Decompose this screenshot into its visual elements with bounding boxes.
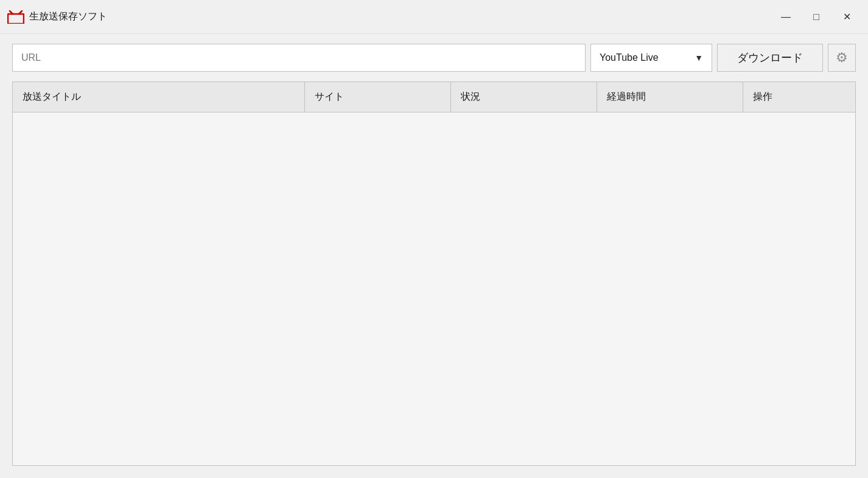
url-input[interactable] xyxy=(12,44,586,72)
maximize-button[interactable]: □ xyxy=(802,6,830,28)
settings-button[interactable]: ⚙ xyxy=(828,44,856,72)
table-header: 放送タイトル サイト 状況 経過時間 操作 xyxy=(13,82,855,113)
app-title: 生放送保存ソフト xyxy=(29,10,107,23)
gear-icon: ⚙ xyxy=(836,51,848,64)
column-header-title: 放送タイトル xyxy=(13,82,305,112)
column-header-elapsed: 経過時間 xyxy=(597,82,743,112)
table-body xyxy=(13,113,855,465)
title-bar-controls: — □ ✕ xyxy=(772,6,861,28)
site-selector[interactable]: YouTube Live ▼ xyxy=(590,44,712,72)
column-header-status: 状況 xyxy=(451,82,597,112)
title-bar: 生放送保存ソフト — □ ✕ xyxy=(0,0,868,34)
main-table: 放送タイトル サイト 状況 経過時間 操作 xyxy=(12,81,856,466)
column-header-site: サイト xyxy=(305,82,451,112)
dropdown-arrow-icon: ▼ xyxy=(695,53,703,63)
svg-rect-0 xyxy=(8,14,24,24)
tv-icon xyxy=(7,10,24,24)
download-button[interactable]: ダウンロード xyxy=(717,44,823,72)
title-bar-left: 生放送保存ソフト xyxy=(7,10,107,24)
close-button[interactable]: ✕ xyxy=(833,6,861,28)
site-selector-label: YouTube Live xyxy=(600,52,688,63)
toolbar: YouTube Live ▼ ダウンロード ⚙ xyxy=(0,34,868,81)
column-header-operation: 操作 xyxy=(743,82,855,112)
minimize-button[interactable]: — xyxy=(772,6,800,28)
